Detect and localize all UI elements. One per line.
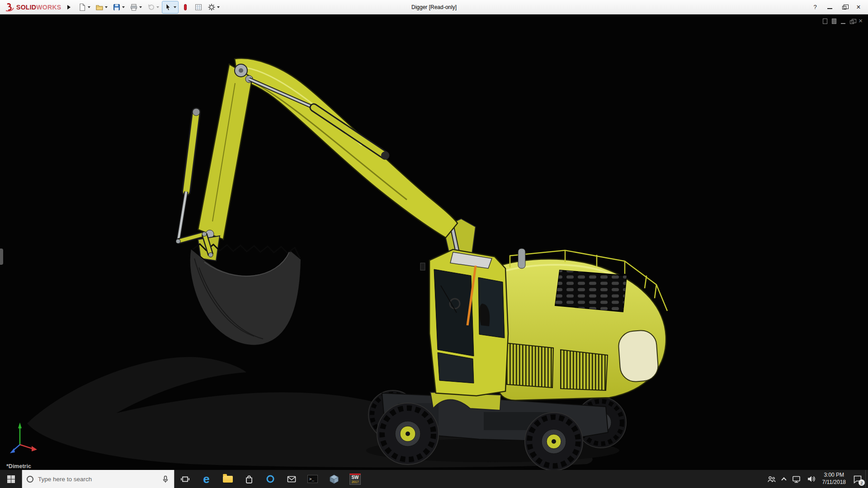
save-icon (113, 3, 121, 11)
red-pill-icon (181, 3, 189, 11)
cortana-ring-icon (27, 476, 33, 483)
select-button[interactable] (162, 1, 178, 13)
print-icon (130, 3, 138, 11)
new-document-icon (78, 3, 86, 11)
folder-icon (223, 476, 233, 483)
graphics-area[interactable]: × *Dimetric (0, 14, 868, 470)
rear-panel (618, 329, 659, 383)
mail-envelope-icon (287, 475, 296, 483)
composer-button[interactable] (323, 470, 344, 488)
network-button[interactable] (789, 470, 804, 488)
edge-icon: e (203, 473, 209, 485)
title-bar: SOLIDWORKS (0, 0, 868, 14)
tray-time: 3:00 PM (824, 472, 844, 479)
sheet-format-button[interactable] (193, 1, 204, 13)
people-button[interactable] (764, 470, 779, 488)
circle-app-button[interactable] (259, 470, 281, 488)
rear-near-wheel[interactable] (525, 413, 583, 470)
start-button[interactable] (0, 470, 22, 488)
dropdown-caret[interactable] (156, 6, 159, 8)
solidworks-logo: SOLIDWORKS (3, 3, 63, 12)
select-cursor-icon (164, 3, 172, 11)
help-glyph: ? (813, 4, 816, 10)
solidworks-2017-button[interactable]: SW 2017 (344, 470, 366, 488)
document-close-button[interactable]: × (859, 18, 863, 24)
task-view-button[interactable] (175, 470, 196, 488)
network-icon (792, 475, 801, 483)
brand-solid: SOLID (16, 4, 36, 11)
document-icon (823, 19, 827, 24)
volume-button[interactable] (804, 470, 818, 488)
view-orientation-label: *Dimetric (6, 463, 31, 469)
restore-button[interactable] (837, 2, 851, 13)
windows-logo-icon (7, 475, 15, 483)
window-title: Digger [Read-only] (411, 4, 457, 10)
help-button[interactable]: ? (808, 2, 822, 13)
store-button[interactable] (238, 470, 259, 488)
restore-icon (842, 6, 846, 9)
show-desktop-button[interactable] (865, 470, 868, 488)
edge-button[interactable]: e (196, 470, 217, 488)
windows-taskbar: Type here to search e (0, 470, 868, 488)
panel-collapse-handle[interactable] (0, 249, 3, 265)
minimize-button[interactable] (823, 2, 836, 13)
system-tray: 3:00 PM 7/11/2018 2 (764, 470, 868, 488)
toolbar-expand-arrow[interactable] (65, 2, 73, 13)
bucket[interactable] (190, 236, 301, 345)
new-document-button[interactable] (76, 1, 92, 13)
dropdown-caret[interactable] (139, 6, 142, 8)
store-bag-icon (245, 474, 254, 484)
window-layout-button[interactable] (832, 18, 836, 24)
standard-toolbar (76, 1, 222, 13)
dropdown-caret[interactable] (105, 6, 108, 8)
right-triangle-icon (67, 5, 71, 9)
mail-button[interactable] (281, 470, 302, 488)
gear-icon (208, 3, 216, 11)
taskbar-search[interactable]: Type here to search (22, 470, 175, 488)
document-minimize-button[interactable] (841, 18, 845, 24)
document-icon (832, 19, 836, 24)
sheet-grid-icon (194, 3, 203, 11)
instant-toggle-button[interactable] (179, 1, 191, 13)
front-near-wheel[interactable] (377, 403, 439, 465)
dropdown-caret[interactable] (174, 6, 176, 8)
save-button[interactable] (111, 1, 127, 13)
task-view-icon (181, 475, 189, 483)
speaker-icon (807, 475, 815, 483)
undo-button[interactable] (145, 1, 161, 13)
close-button[interactable]: × (852, 2, 865, 13)
close-icon: × (856, 4, 860, 11)
ds-logo-icon (5, 3, 14, 12)
brand-text: SOLIDWORKS (16, 3, 61, 11)
brand-works: WORKS (36, 4, 61, 11)
document-restore-button[interactable] (850, 18, 854, 24)
open-folder-icon (95, 3, 104, 11)
action-center-button[interactable]: 2 (850, 470, 865, 488)
print-button[interactable] (128, 1, 144, 13)
command-prompt-icon: >_ (307, 475, 318, 483)
chevron-up-icon (781, 477, 786, 482)
dropdown-caret[interactable] (122, 6, 125, 8)
people-icon (767, 476, 776, 483)
window-controls: ? × (808, 2, 865, 13)
open-document-button[interactable] (94, 1, 109, 13)
notification-badge: 2 (859, 479, 865, 486)
new-window-button[interactable] (823, 18, 827, 24)
clock[interactable]: 3:00 PM 7/11/2018 (818, 470, 850, 488)
show-hidden-icons-button[interactable] (779, 470, 789, 488)
document-window-controls: × (823, 18, 863, 24)
excavator-model-view[interactable] (0, 14, 868, 470)
boom-arm[interactable] (198, 58, 476, 262)
solidworks-2017-icon: SW 2017 (349, 474, 361, 485)
cube-icon (329, 474, 339, 484)
tray-date: 7/11/2018 (822, 479, 846, 486)
blue-ring-icon (266, 474, 275, 483)
dropdown-caret[interactable] (217, 6, 220, 8)
command-prompt-button[interactable]: >_ (302, 470, 323, 488)
minimize-icon (827, 8, 832, 9)
options-button[interactable] (206, 1, 222, 13)
file-explorer-button[interactable] (217, 470, 238, 488)
search-placeholder: Type here to search (38, 476, 157, 483)
dropdown-caret[interactable] (88, 6, 90, 8)
microphone-icon[interactable] (161, 475, 170, 483)
